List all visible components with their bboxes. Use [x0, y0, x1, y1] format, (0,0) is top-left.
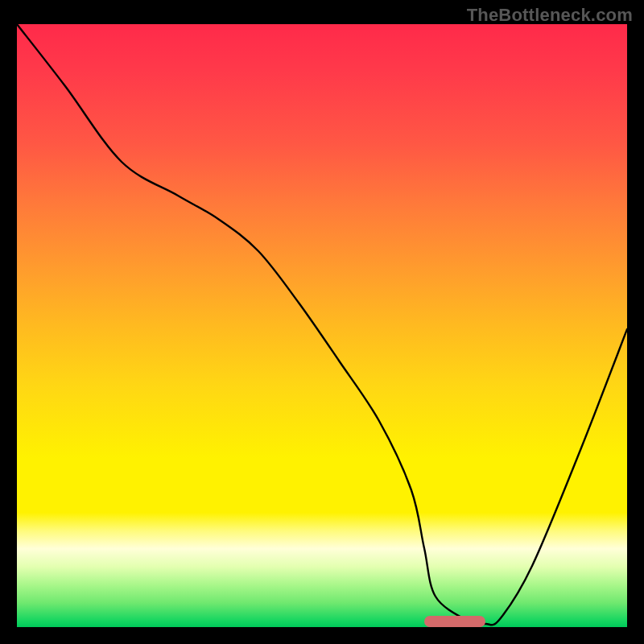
- optimal-range-marker: [424, 616, 485, 627]
- bottleneck-curve: [17, 24, 627, 627]
- plot-area: [17, 24, 627, 627]
- curve-path: [17, 24, 627, 625]
- watermark-text: TheBottleneck.com: [467, 5, 633, 26]
- chart-frame: TheBottleneck.com: [0, 0, 644, 644]
